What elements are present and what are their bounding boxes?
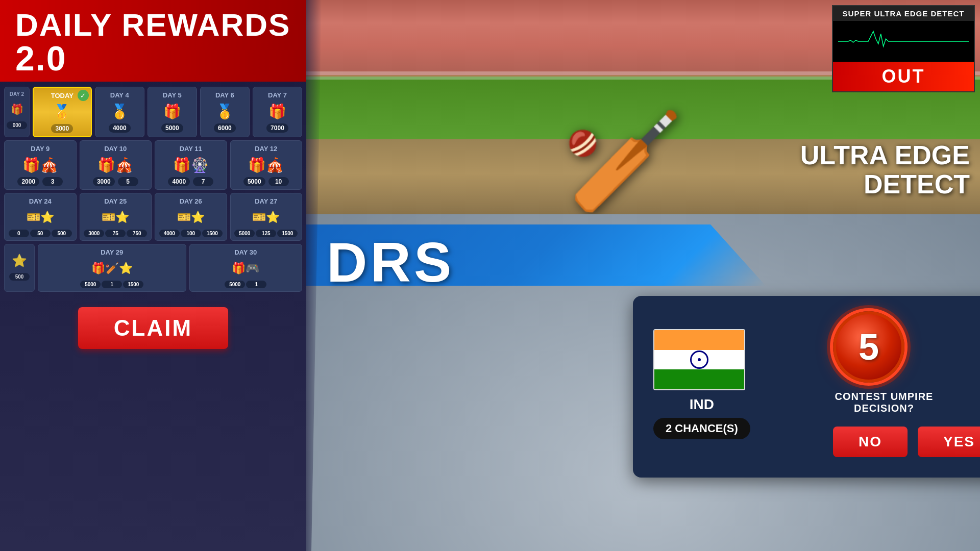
check-icon: ✓ [78,90,89,101]
day-icons-27: 🎫⭐ [234,207,299,228]
drs-panel: DRS IND 2 CHANCE(S) [306,214,980,551]
day-values-7: 7000 [256,123,299,133]
ultra-edge-title: SUPER ULTRA EDGE DETECT [833,6,974,21]
drs-yes-button[interactable]: YES [918,427,980,457]
day-values-11: 4000 7 [158,177,224,186]
day-values-6: 6000 [204,123,246,133]
day-icons-4: 🥇 [99,101,141,121]
day-value-9a: 2000 [17,177,39,186]
day-values-9: 2000 3 [8,177,73,186]
day-icons-24: 🎫⭐ [8,207,73,228]
day-icons-25: 🎫⭐ [83,207,149,228]
day-card-28-partial: ⭐ 500 [4,244,35,292]
left-panel: DAILY REWARDS 2.0 DAY 2 🎁 000 TODAY ✓ 🥇 … [0,0,306,551]
drs-no-button[interactable]: NO [833,427,908,457]
day-value-2: 000 [7,121,27,129]
day-label-11: DAY 11 [158,145,224,153]
day-value-4: 4000 [109,123,131,133]
day-label-5: DAY 5 [151,91,193,99]
day-values-today: 3000 [37,124,88,133]
day-values-28: 500 [8,273,31,281]
days-row-2: DAY 9 🎁🎪 2000 3 DAY 10 🎁🎪 3000 5 DAY 11 … [4,140,302,190]
day-label-12: DAY 12 [234,145,299,153]
india-flag [653,329,745,390]
day-value-27b: 125 [256,230,276,237]
day-value-29a: 5000 [80,281,101,288]
day-label-24: DAY 24 [8,197,73,205]
day-icons-10: 🎁🎪 [83,155,149,175]
day-value-24b: 50 [30,230,51,237]
day-card-26: DAY 26 🎫⭐ 4000 100 1500 [155,193,227,241]
day-icons-6: 🥇 [204,101,246,121]
day-card-10: DAY 10 🎁🎪 3000 5 [80,140,152,190]
day-value-6: 6000 [214,123,236,133]
version-text: 2.0 [15,39,67,78]
claim-section: CLAIM [0,297,306,359]
drs-right-section: 5 CONTEST UMPIRE DECISION? NO YES [833,311,980,457]
day-value-5: 5000 [161,123,183,133]
day-card-25: DAY 25 🎫⭐ 3000 75 750 [80,193,152,241]
contest-text: CONTEST UMPIRE DECISION? [833,391,935,414]
batsman-figure: 🏏 [562,112,683,209]
day-label-26: DAY 26 [158,197,224,205]
day-card-today[interactable]: TODAY ✓ 🥇 3000 [33,87,92,137]
day-card-29: DAY 29 🎁🏏⭐ 5000 1 1500 [38,244,186,292]
chakra-center [698,358,701,361]
timer-section: 5 CONTEST UMPIRE DECISION? [833,311,980,414]
day-value-7: 7000 [266,123,288,133]
day-icons-28: ⭐ [8,251,31,271]
chances-badge: 2 CHANCE(S) [653,418,750,439]
day-value-26a: 4000 [159,230,180,237]
day-label-2: DAY 2 [8,91,26,97]
day-value-25c: 750 [127,230,147,237]
day-value-30a: 5000 [225,281,245,288]
day-values-5: 5000 [151,123,193,133]
ultra-edge-graph [833,21,974,62]
day-values-30: 5000 1 [193,281,299,288]
timer-circle: 5 [833,311,904,383]
day-value-24a: 0 [9,230,29,237]
day-label-4: DAY 4 [99,91,141,99]
day-label-25: DAY 25 [83,197,149,205]
header-title: DAILY REWARDS 2.0 [15,9,291,76]
day-values-10: 3000 5 [83,177,149,186]
day-card-30: DAY 30 🎁🎮 5000 1 [189,244,302,292]
day-icons-26: 🎫⭐ [158,207,224,228]
day-icons-30: 🎁🎮 [193,258,299,279]
drs-card-inner: IND 2 CHANCE(S) 5 CONTEST UMPIRE DECISIO… [653,311,980,457]
days-container: DAY 2 🎁 000 TODAY ✓ 🥇 3000 DAY 4 🥇 [0,82,306,297]
day-value-12b: 10 [268,177,289,186]
flag-white-stripe [654,350,744,370]
day-icons-11: 🎁🎡 [158,155,224,175]
day-value-today: 3000 [51,124,73,133]
title-text: DAILY REWARDS [15,7,290,42]
day-icons-9: 🎁🎪 [8,155,73,175]
day-icons-12: 🎁🎪 [234,155,299,175]
day-value-30b: 1 [246,281,266,288]
day-value-10b: 5 [118,177,138,186]
days-row-4: ⭐ 500 DAY 29 🎁🏏⭐ 5000 1 1500 DAY 30 🎁🎮 [4,244,302,292]
ultra-edge-detect-text: ULTRA EDGEDETECT [800,141,970,199]
day-card-11: DAY 11 🎁🎡 4000 7 [155,140,227,190]
cricket-gameplay-panel: 🏏 SUPER ULTRA EDGE DETECT OUT ULTRA EDGE… [306,0,980,214]
day-value-26c: 1500 [202,230,223,237]
day-value-29b: 1 [102,281,122,288]
day-card-4: DAY 4 🥇 4000 [95,87,144,137]
claim-button[interactable]: CLAIM [78,307,228,349]
ashoka-chakra [690,350,708,369]
day-value-28: 500 [9,273,30,281]
day-values-24: 0 50 500 [8,230,73,237]
days-row-3: DAY 24 🎫⭐ 0 50 500 DAY 25 🎫⭐ 3000 75 750… [4,193,302,241]
day-icons-7: 🎁 [256,101,299,121]
day-values-25: 3000 75 750 [83,230,149,237]
day-icons-29: 🎁🏏⭐ [41,258,183,279]
day-card-9: DAY 9 🎁🎪 2000 3 [4,140,77,190]
day-label-29: DAY 29 [41,248,183,256]
day-label-27: DAY 27 [234,197,299,205]
day-value-27c: 1500 [277,230,298,237]
day-value-9b: 3 [42,177,63,186]
day-values-26: 4000 100 1500 [158,230,224,237]
day-label-9: DAY 9 [8,145,73,153]
day-label-30: DAY 30 [193,248,299,256]
ultra-edge-panel: SUPER ULTRA EDGE DETECT OUT [832,5,975,92]
